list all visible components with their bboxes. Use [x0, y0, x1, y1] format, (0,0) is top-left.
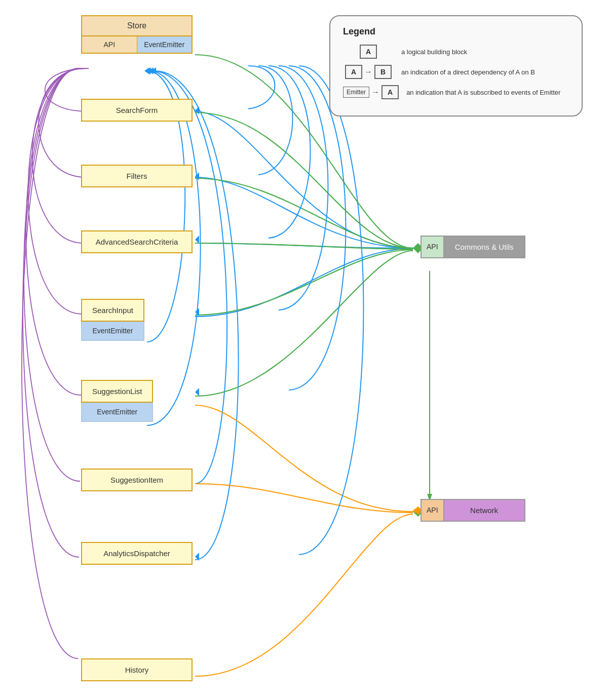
store-node: Store API EventEmitter [81, 15, 193, 54]
searchform-node: SearchForm [81, 99, 193, 122]
diagram: Store API EventEmitter SearchForm Filter… [0, 0, 610, 700]
suggestionitem-label: SuggestionItem [81, 469, 193, 491]
legend-block-a: A [360, 45, 377, 59]
filters-node: Filters [81, 165, 193, 187]
history-label: History [81, 658, 193, 681]
legend-text-2: an indication of a direct dependency of … [401, 68, 535, 76]
commons-api-label: API [421, 236, 444, 258]
legend-emitter-arrow: → [371, 88, 379, 97]
legend-row-1: A a logical building block [343, 45, 569, 59]
legend-a2-label: A [382, 85, 399, 99]
legend-row-2: A → B an indication of a direct dependen… [343, 65, 569, 79]
legend-emitter-label: Emitter [343, 87, 369, 98]
svg-marker-12 [195, 106, 199, 114]
advanced-search-node: AdvancedSearchCriteria [81, 230, 193, 253]
commons-label: Commons & Utils [444, 236, 525, 258]
legend-title: Legend [343, 26, 569, 37]
legend-b-label: B [374, 65, 392, 79]
analytics-node: AnalyticsDispatcher [81, 542, 193, 565]
advanced-search-label: AdvancedSearchCriteria [81, 230, 193, 253]
store-emitter-label: EventEmitter [137, 36, 192, 53]
store-sub: API EventEmitter [81, 36, 193, 54]
legend-row-3: Emitter → A an indication that A is subs… [343, 85, 569, 99]
legend-icon-3: Emitter → A [343, 85, 399, 99]
searchinput-emitter-label: EventEmitter [81, 322, 144, 341]
searchform-label: SearchForm [81, 99, 193, 122]
store-api-label: API [82, 36, 137, 53]
legend-arrow-ab: A → B [345, 65, 392, 79]
commons-node: API Commons & Utils [421, 236, 525, 258]
searchinput-node: SearchInput EventEmitter [81, 299, 144, 341]
svg-marker-17 [195, 553, 199, 561]
svg-marker-1 [415, 246, 421, 251]
searchinput-label: SearchInput [81, 299, 144, 322]
legend-a-label: A [345, 65, 362, 79]
svg-marker-2 [415, 246, 421, 251]
svg-marker-7 [151, 67, 156, 74]
svg-marker-5 [146, 67, 151, 74]
legend-box: Legend A a logical building block A → B … [329, 15, 583, 116]
suggestionlist-node: SuggestionList EventEmitter [81, 380, 153, 422]
legend-icon-1: A [343, 45, 394, 59]
legend-arrow-emitter: Emitter → A [343, 85, 399, 99]
svg-marker-14 [195, 236, 199, 244]
svg-marker-16 [195, 388, 199, 396]
legend-text-1: a logical building block [401, 48, 467, 56]
suggestionlist-emitter-label: EventEmitter [81, 403, 153, 422]
store-label: Store [81, 15, 193, 36]
legend-text-3: an indication that A is subscribed to ev… [406, 89, 560, 96]
filters-label: Filters [81, 165, 193, 187]
svg-marker-15 [195, 308, 199, 316]
legend-arrow-symbol: → [364, 67, 372, 76]
network-api-label: API [421, 499, 444, 522]
network-label: Network [444, 499, 525, 522]
svg-marker-3 [415, 246, 421, 251]
svg-marker-13 [195, 172, 199, 180]
legend-icon-2: A → B [343, 65, 394, 79]
suggestionitem-node: SuggestionItem [81, 469, 193, 491]
svg-marker-4 [144, 67, 149, 74]
svg-marker-6 [148, 67, 154, 74]
history-node: History [81, 658, 193, 681]
svg-marker-0 [415, 246, 421, 251]
suggestionlist-label: SuggestionList [81, 380, 153, 403]
network-node: API Network [421, 499, 525, 522]
analytics-label: AnalyticsDispatcher [81, 542, 193, 565]
